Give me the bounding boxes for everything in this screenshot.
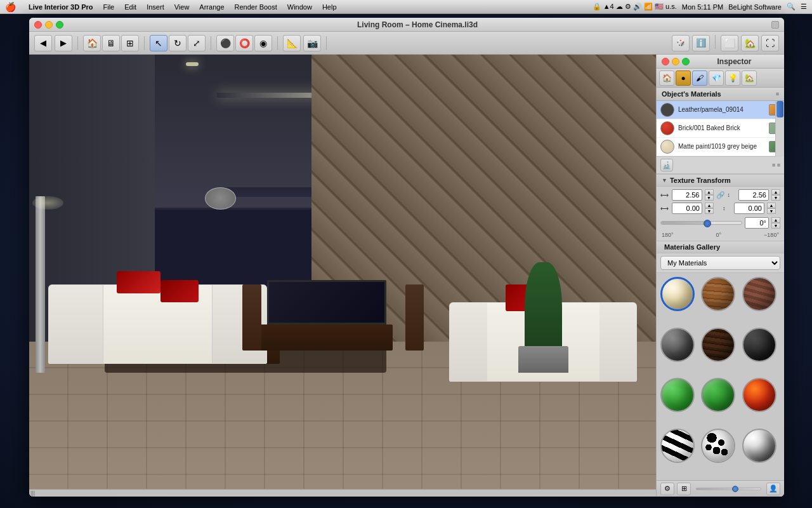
app-name[interactable]: Live Interior 3D Pro: [29, 3, 93, 11]
menu-render-boost[interactable]: Render Boost: [235, 3, 277, 11]
apple-icon[interactable]: 🍎: [5, 2, 16, 12]
inspector-tab-texture[interactable]: 💎: [709, 70, 724, 86]
inspector-tab-paint[interactable]: 🖌: [692, 70, 707, 86]
minimize-button[interactable]: [45, 21, 53, 29]
zoom-button[interactable]: [56, 21, 63, 29]
3d-view-btn[interactable]: 🎲: [672, 35, 690, 51]
cylinder-tool[interactable]: ◉: [254, 35, 272, 51]
angle-input[interactable]: [745, 217, 769, 229]
angle-slider-thumb[interactable]: [704, 220, 711, 227]
material-ball-stone[interactable]: [660, 328, 695, 362]
3d-viewport[interactable]: |||: [29, 55, 656, 497]
eyedropper-btn[interactable]: 🔬: [660, 159, 673, 171]
menu-window[interactable]: Window: [287, 3, 312, 11]
home-btn[interactable]: 🏡: [741, 35, 759, 51]
scale-y-input[interactable]: [738, 189, 769, 201]
angle-down[interactable]: ▼: [771, 223, 780, 229]
scroll-indicator: |||: [30, 490, 35, 497]
back-button[interactable]: ◀: [34, 35, 52, 51]
scale-tool[interactable]: ⤢: [188, 35, 206, 51]
gallery-title: Materials Gallery: [664, 243, 720, 251]
material-ball-green[interactable]: [660, 378, 695, 412]
offset-x-up[interactable]: ▲: [705, 203, 714, 208]
inspector-zoom-btn[interactable]: [682, 58, 690, 65]
inspector-grid-btn[interactable]: ⊞: [677, 483, 691, 495]
viewport-scrollbar[interactable]: |||: [29, 489, 656, 497]
floorplan-btn[interactable]: 🏠: [83, 35, 101, 51]
materials-section-header: Object's Materials ≡: [657, 88, 784, 101]
forward-button[interactable]: ▶: [55, 35, 72, 51]
close-button[interactable]: [34, 21, 42, 29]
ring-tool[interactable]: ⭕: [235, 35, 253, 51]
inspector-tab-sphere[interactable]: ●: [676, 70, 691, 86]
offset-y-input[interactable]: [734, 203, 764, 214]
rotate-tool[interactable]: ↻: [169, 35, 187, 51]
camera-tool[interactable]: 📷: [303, 35, 321, 51]
scale-x-input[interactable]: [672, 189, 702, 201]
menu-help[interactable]: Help: [322, 3, 337, 11]
material-item-2[interactable]: Brick/001 Baked Brick: [657, 119, 784, 138]
material-item-1[interactable]: Leather/pamela_09014: [657, 101, 784, 119]
floor-lamp: [36, 196, 45, 373]
materials-scrollbar-thumb[interactable]: [776, 101, 783, 117]
offset-y-up[interactable]: ▲: [767, 203, 776, 208]
angle-up[interactable]: ▲: [771, 217, 780, 223]
scale-x-down[interactable]: ▼: [705, 195, 714, 201]
scale-y-down[interactable]: ▼: [771, 195, 780, 201]
scale-y-up[interactable]: ▲: [771, 189, 780, 195]
material-ball-zebra[interactable]: [660, 429, 695, 463]
inspector-tab-home[interactable]: 🏡: [742, 70, 757, 86]
menu-arrange[interactable]: Arrange: [199, 3, 224, 11]
material-ball-dark-wood[interactable]: [701, 328, 735, 362]
inspector-settings-btn[interactable]: ⚙: [660, 483, 674, 495]
gallery-dropdown[interactable]: My Materials All Materials Wood Stone Fa…: [660, 256, 780, 270]
circle-tool[interactable]: ⚫: [216, 35, 234, 51]
select-tool[interactable]: ↖: [150, 35, 167, 51]
render-btn[interactable]: 🖥: [102, 35, 120, 51]
offset-x-down[interactable]: ▼: [705, 208, 714, 214]
scale-x-stepper[interactable]: ▲ ▼: [705, 189, 714, 201]
scale-x-up[interactable]: ▲: [705, 189, 714, 195]
offset-x-input[interactable]: [672, 203, 702, 214]
content-area: ||| Inspector 🏠 ● 🖌 💎 💡 🏡: [29, 55, 784, 497]
material-ball-cream[interactable]: [660, 277, 695, 311]
inspector-minimize-btn[interactable]: [672, 58, 679, 65]
layout-btn[interactable]: ⊞: [121, 35, 139, 51]
chain-link-icon[interactable]: 🔗: [716, 191, 725, 199]
inspector-zoom-slider[interactable]: [696, 488, 761, 490]
fullscreen-btn[interactable]: ⛶: [761, 35, 779, 51]
material-ball-chrome[interactable]: [742, 429, 776, 463]
angle-slider-track[interactable]: [660, 221, 742, 225]
materials-section-menu[interactable]: ≡: [776, 91, 779, 97]
offset-x-stepper[interactable]: ▲ ▼: [705, 203, 714, 214]
materials-scrollbar[interactable]: [775, 101, 784, 157]
material-ball-brick[interactable]: [742, 277, 776, 311]
pendant-lamp: [205, 187, 236, 210]
material-item-3[interactable]: Matte paint/1019 grey beige: [657, 138, 784, 156]
material-ball-fire[interactable]: [742, 378, 776, 412]
inspector-tab-light[interactable]: 💡: [725, 70, 740, 86]
list-menu-btn[interactable]: ≡ ≡: [772, 162, 780, 168]
inspector-person-btn[interactable]: 👤: [766, 483, 780, 495]
offset-y-down[interactable]: ▼: [767, 208, 776, 214]
inspector-zoom-thumb[interactable]: [732, 486, 738, 492]
window-collapse-button[interactable]: [771, 21, 779, 29]
angle-stepper[interactable]: ▲ ▼: [771, 217, 780, 229]
material-ball-charcoal[interactable]: [742, 328, 776, 362]
menu-insert[interactable]: Insert: [147, 3, 164, 11]
scale-y-stepper[interactable]: ▲ ▼: [771, 189, 780, 201]
menu-file[interactable]: File: [103, 3, 114, 11]
search-icon[interactable]: 🔍: [787, 3, 796, 11]
menu-edit[interactable]: Edit: [124, 3, 136, 11]
material-ball-spots[interactable]: [701, 429, 735, 463]
info-btn[interactable]: ℹ️: [692, 35, 710, 51]
offset-y-stepper[interactable]: ▲ ▼: [767, 203, 776, 214]
material-ball-wood[interactable]: [701, 277, 735, 311]
measure-tool[interactable]: 📐: [283, 35, 301, 51]
menu-icon[interactable]: ☰: [801, 3, 807, 11]
inspector-close-btn[interactable]: [662, 58, 669, 65]
material-ball-green2[interactable]: [701, 378, 735, 412]
menu-view[interactable]: View: [174, 3, 190, 11]
walls-btn[interactable]: ⬜: [721, 35, 738, 51]
inspector-tab-objects[interactable]: 🏠: [659, 70, 674, 86]
